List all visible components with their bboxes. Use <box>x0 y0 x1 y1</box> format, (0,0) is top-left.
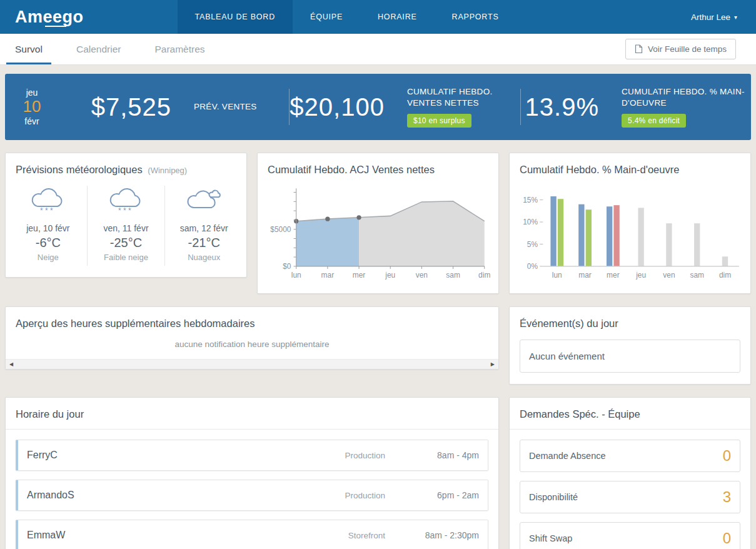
weather-card: Prévisions météorologiques (Winnipeg) * … <box>5 153 247 278</box>
svg-text:dim: dim <box>719 271 731 280</box>
employee-department: Storefront <box>279 531 385 540</box>
request-row-disponibilite[interactable]: Disponibilité 3 <box>520 481 740 513</box>
overtime-card-title: Aperçu des heures supplémentaires hebdom… <box>6 307 498 336</box>
weather-day: * * * ven, 11 févr -25°C Faible neige <box>87 186 165 266</box>
svg-text:$0: $0 <box>283 262 291 271</box>
svg-text:lun: lun <box>291 271 301 280</box>
employee-name: ArmandoS <box>27 490 279 501</box>
svg-text:mar: mar <box>321 271 335 280</box>
kpi-value-main-doeuvre: 13.9% <box>525 93 599 121</box>
shift-time: 8am - 4pm <box>385 450 479 460</box>
kpi-value-ventes-nettes: $20,100 <box>290 93 385 121</box>
kpi-metric-ventes-nettes: $20,100 CUMULATIF HEBDO. VENTES NETTES $… <box>290 86 520 128</box>
user-menu[interactable]: Arthur Lee ▾ <box>672 0 756 34</box>
svg-text:15%: 15% <box>523 196 538 204</box>
weather-day: sam, 12 févr -21°C Nuageux <box>164 186 243 266</box>
tab-parametres[interactable]: Paramètres <box>146 34 213 64</box>
sales-chart-title: Cumulatif Hebdo. ACJ Ventes nettes <box>258 153 498 182</box>
svg-text:dim: dim <box>478 271 490 280</box>
scroll-right-arrow[interactable]: ▶ <box>491 362 495 367</box>
weather-location: (Winnipeg) <box>148 166 187 175</box>
nav-item-equipe[interactable]: ÉQUIPE <box>293 0 360 34</box>
user-name: Arthur Lee <box>691 13 730 22</box>
kpi-banner: jeu 10 févr $7,525 PRÉV. VENTES $20,100 … <box>5 74 751 140</box>
employee-name: FerryC <box>27 450 279 461</box>
brand-underline <box>45 26 66 27</box>
kpi-label-prev-ventes: PRÉV. VENTES <box>194 101 257 113</box>
sales-chart-card: Cumulatif Hebdo. ACJ Ventes nettes $0$50… <box>257 153 499 294</box>
svg-text:mar: mar <box>578 271 592 280</box>
scroll-left-arrow[interactable]: ◀ <box>9 362 13 367</box>
cloud-snow-icon: * * * <box>106 187 146 216</box>
svg-text:ven: ven <box>663 271 675 280</box>
svg-text:jeu: jeu <box>635 271 646 280</box>
shift-time: 8am - 2:30pm <box>385 530 479 540</box>
labor-chart-title: Cumulatif Hebdo. % Main-d'oeuvre <box>510 153 750 182</box>
events-card-title: Événement(s) du jour <box>510 307 750 336</box>
request-row-absence[interactable]: Demande Absence 0 <box>520 440 740 472</box>
overtime-card: Aperçu des heures supplémentaires hebdom… <box>5 306 499 370</box>
employee-department: Production <box>279 491 385 500</box>
request-label: Disponibilité <box>529 492 578 502</box>
labor-chart-card: Cumulatif Hebdo. % Main-d'oeuvre 0%5%10%… <box>509 153 751 294</box>
kpi-weekday: jeu <box>5 88 59 98</box>
divider <box>510 429 750 430</box>
tab-calendrier[interactable]: Calendrier <box>68 34 130 64</box>
sales-area-chart: $0$5000lunmarmerjeuvensamdim <box>263 183 493 286</box>
weather-day: * * * jeu, 10 févr -6°C Neige <box>9 186 87 266</box>
sub-tabs-bar: Survol Calendrier Paramètres Voir Feuill… <box>0 34 756 65</box>
request-label: Demande Absence <box>529 451 606 461</box>
request-count: 3 <box>723 488 731 506</box>
nav-item-horaire[interactable]: HORAIRE <box>360 0 435 34</box>
main-nav: TABLEAU DE BORD ÉQUIPE HORAIRE RAPPORTS <box>178 0 517 34</box>
svg-text:jeu: jeu <box>385 271 395 280</box>
view-timesheet-button[interactable]: Voir Feuille de temps <box>625 39 736 59</box>
svg-text:* * *: * * * <box>118 206 131 215</box>
schedule-card-title: Horaire du jour <box>6 398 498 426</box>
schedule-row[interactable]: ArmandoS Production 6pm - 2am <box>16 480 488 511</box>
nav-item-rapports[interactable]: RAPPORTS <box>435 0 517 34</box>
brand-logo[interactable]: Ameego <box>0 0 99 34</box>
cloud-icon <box>184 187 224 216</box>
request-row-shift-swap[interactable]: Shift Swap 0 <box>520 522 740 549</box>
cloud-snow-icon: * * * <box>28 187 68 216</box>
employee-department: Production <box>279 451 385 460</box>
svg-text:mer: mer <box>353 271 366 280</box>
svg-text:5%: 5% <box>527 240 538 249</box>
overtime-empty-note: aucune notification heure supplémentaire <box>6 336 498 359</box>
kpi-metric-prev-ventes: $7,525 PRÉV. VENTES <box>59 93 289 121</box>
weather-days: * * * jeu, 10 févr -6°C Neige * * * ven,… <box>6 182 246 277</box>
svg-text:* * *: * * * <box>40 206 53 215</box>
svg-text:lun: lun <box>552 271 562 280</box>
divider <box>6 429 498 430</box>
overtime-scrollbar[interactable]: ◀ ▶ <box>6 359 498 369</box>
request-label: Shift Swap <box>529 533 572 543</box>
svg-text:0%: 0% <box>527 262 538 271</box>
kpi-metric-main-doeuvre: 13.9% CUMULATIF HEBDO. % MAIN-D'OEUVRE 5… <box>521 86 751 128</box>
nav-item-tableau-de-bord[interactable]: TABLEAU DE BORD <box>178 0 293 34</box>
schedule-row[interactable]: FerryC Production 8am - 4pm <box>16 440 488 471</box>
top-navbar: Ameego TABLEAU DE BORD ÉQUIPE HORAIRE RA… <box>0 0 756 34</box>
svg-text:mer: mer <box>607 271 620 280</box>
surplus-badge: $10 en surplus <box>407 114 471 128</box>
requests-card: Demandes Spéc. - Équipe Demande Absence … <box>509 397 751 549</box>
view-timesheet-label: Voir Feuille de temps <box>648 44 727 54</box>
svg-text:ven: ven <box>416 271 428 280</box>
schedule-card: Horaire du jour FerryC Production 8am - … <box>5 397 499 549</box>
tab-survol[interactable]: Survol <box>6 34 51 64</box>
employee-name: EmmaW <box>27 530 279 541</box>
document-icon <box>635 44 643 54</box>
weather-card-title: Prévisions météorologiques (Winnipeg) <box>6 153 246 182</box>
request-count: 0 <box>723 530 731 547</box>
svg-text:sam: sam <box>690 271 704 280</box>
labor-bar-chart: 0%5%10%15%lunmarmerjeuvensamdim <box>515 183 745 286</box>
schedule-row[interactable]: EmmaW Storefront 8am - 2:30pm <box>16 520 488 549</box>
shift-time: 6pm - 2am <box>385 490 479 500</box>
kpi-day: 10 <box>5 98 59 116</box>
events-card: Événement(s) du jour Aucun événement <box>509 306 751 385</box>
chevron-down-icon: ▾ <box>734 14 737 21</box>
requests-card-title: Demandes Spéc. - Équipe <box>510 398 750 426</box>
dashboard-grid: Prévisions météorologiques (Winnipeg) * … <box>5 153 751 549</box>
request-count: 0 <box>723 447 731 465</box>
kpi-date: jeu 10 févr <box>5 88 59 126</box>
